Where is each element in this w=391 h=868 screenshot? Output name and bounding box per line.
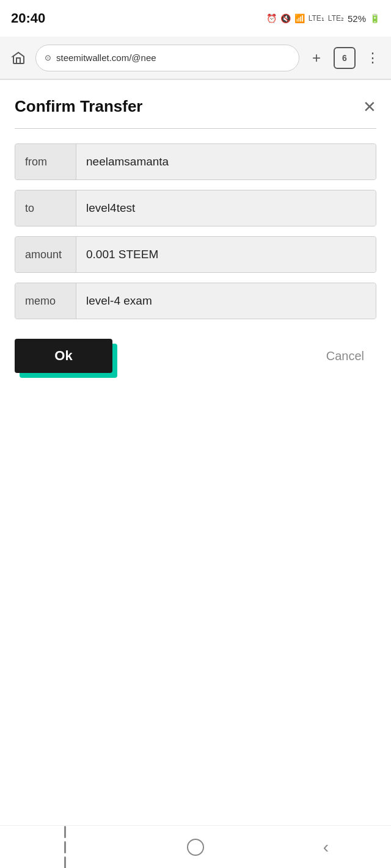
buttons-row: Ok Cancel: [15, 339, 376, 373]
modal-content: Confirm Transfer ✕ from neelamsamanta to…: [0, 80, 391, 397]
wifi-icon: 📶: [294, 13, 305, 23]
battery-icon: 🔋: [370, 13, 380, 23]
nav-home-button[interactable]: [177, 829, 214, 866]
mute-icon: 🔇: [280, 13, 291, 23]
ok-button[interactable]: Ok: [15, 339, 112, 373]
modal-header: Confirm Transfer ✕: [15, 97, 376, 116]
to-field-row: to level4test: [15, 190, 376, 226]
signal-lte2-icon: LTE₂: [328, 14, 344, 23]
signal-lte1-icon: LTE₁: [309, 14, 324, 23]
browser-bar: ⊙ steemitwallet.com/@nee + 6 ⋮: [0, 37, 391, 79]
amount-label: amount: [15, 237, 76, 272]
from-value: neelamsamanta: [76, 144, 376, 179]
modal-title: Confirm Transfer: [15, 97, 143, 116]
home-circle-icon: [187, 839, 204, 856]
from-field-row: from neelamsamanta: [15, 143, 376, 180]
menu-line-2: [64, 841, 66, 853]
address-text: steemitwallet.com/@nee: [56, 52, 290, 63]
home-button[interactable]: [7, 47, 29, 69]
ok-button-wrapper: Ok: [15, 339, 112, 373]
battery-indicator: 52%: [348, 13, 366, 24]
close-button[interactable]: ✕: [363, 99, 376, 115]
new-tab-button[interactable]: +: [305, 47, 327, 69]
tab-count-button[interactable]: 6: [334, 47, 356, 69]
amount-field-row: amount 0.001 STEEM: [15, 236, 376, 273]
to-value: level4test: [76, 190, 376, 226]
status-time: 20:40: [11, 10, 45, 26]
status-icons: ⏰ 🔇 📶 LTE₁ LTE₂ 52% 🔋: [266, 13, 380, 24]
memo-label: memo: [15, 283, 76, 319]
menu-line-3: [64, 856, 66, 869]
menu-line-1: [64, 826, 66, 838]
modal-divider: [15, 128, 376, 129]
amount-value: 0.001 STEEM: [76, 237, 376, 272]
memo-value: level-4 exam: [76, 283, 376, 319]
nav-menu-button[interactable]: [47, 829, 84, 866]
back-chevron-icon: ‹: [323, 839, 329, 856]
bottom-nav: ‹: [0, 825, 391, 868]
to-label: to: [15, 190, 76, 226]
nav-back-button[interactable]: ‹: [307, 829, 344, 866]
memo-field-row: memo level-4 exam: [15, 283, 376, 319]
cancel-button[interactable]: Cancel: [314, 343, 376, 369]
browser-menu-button[interactable]: ⋮: [362, 47, 384, 69]
alarm-icon: ⏰: [266, 13, 277, 23]
status-bar: 20:40 ⏰ 🔇 📶 LTE₁ LTE₂ 52% 🔋: [0, 0, 391, 37]
address-bar[interactable]: ⊙ steemitwallet.com/@nee: [35, 45, 299, 71]
from-label: from: [15, 144, 76, 179]
address-security-icon: ⊙: [45, 53, 51, 62]
